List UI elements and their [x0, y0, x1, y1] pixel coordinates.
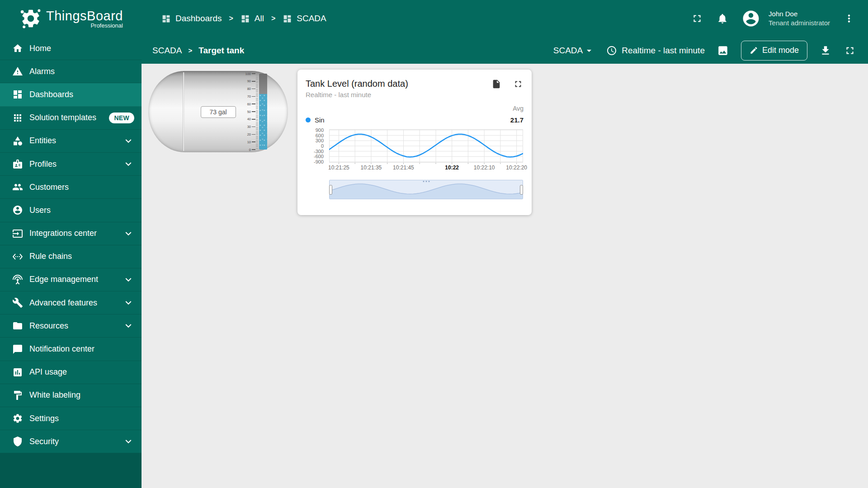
breadcrumb-label: Dashboards [175, 14, 222, 23]
breadcrumb-label: All [255, 14, 264, 23]
breadcrumb: Dashboards>All>SCADA [161, 14, 326, 23]
badge-icon [12, 159, 23, 169]
series-avg-value: 21.7 [510, 116, 524, 124]
sidebar-item-solution-templates[interactable]: Solution templatesNEW [0, 107, 142, 130]
tools-icon [12, 297, 23, 308]
thingsboard-app: ThingsBoard Professional Dashboards>All>… [0, 0, 868, 488]
sidebar-item-dashboards[interactable]: Dashboards [0, 83, 142, 106]
sidebar-item-integrations-center[interactable]: Integrations center [0, 222, 142, 245]
sidebar-footer-area [0, 453, 142, 488]
dashboards-icon [241, 14, 250, 23]
warning-icon [12, 66, 23, 77]
sidebar-item-label: Resources [29, 321, 68, 331]
gauge-scale-label: 20 [243, 132, 255, 136]
sidebar-item-api-usage[interactable]: API usage [0, 361, 142, 384]
dashboard-image-icon[interactable] [717, 44, 729, 57]
new-badge: NEW [109, 113, 134, 123]
antenna-icon [12, 274, 23, 285]
sidebar-item-label: Users [29, 206, 51, 215]
sidebar-item-rule-chains[interactable]: Rule chains [0, 245, 142, 268]
gauge-scale-label: 60 [243, 102, 255, 106]
sidebar-item-entities[interactable]: Entities [0, 130, 142, 153]
fullscreen-icon[interactable] [691, 12, 703, 25]
chevron-down-icon[interactable] [123, 320, 134, 332]
user-role: Tenant administrator [769, 19, 830, 28]
sidebar-item-users[interactable]: Users [0, 199, 142, 222]
message-icon [12, 344, 23, 355]
top-app-bar: ThingsBoard Professional Dashboards>All>… [0, 0, 868, 37]
gauge-bar [259, 74, 267, 150]
notifications-bell-icon[interactable] [716, 12, 729, 25]
user-info[interactable]: John Doe Tenant administrator [769, 9, 830, 28]
sidebar-item-resources[interactable]: Resources [0, 314, 142, 338]
breadcrumb-item-all[interactable]: All [241, 14, 264, 23]
sidebar-item-label: Security [29, 437, 59, 446]
breadcrumb-item-scada[interactable]: SCADA [283, 14, 326, 23]
x-tick-label: 10:21:35 [361, 164, 382, 171]
sidebar-item-advanced-features[interactable]: Advanced features [0, 291, 142, 314]
chevron-down-icon[interactable] [123, 436, 134, 447]
pencil-icon [750, 46, 758, 55]
sidebar-item-label: Integrations center [29, 229, 97, 238]
sidebar-item-label: Dashboards [29, 90, 73, 99]
clock-icon [606, 45, 617, 56]
sidebar-item-security[interactable]: Security [0, 430, 142, 453]
range-grip-icon[interactable] [423, 180, 429, 182]
user-avatar[interactable] [741, 9, 760, 28]
x-tick-label: 10:22:10 [474, 164, 495, 171]
download-icon[interactable] [819, 44, 832, 57]
chevron-down-icon[interactable] [123, 297, 134, 309]
sidebar-item-edge-management[interactable]: Edge management [0, 268, 142, 291]
chevron-down-icon[interactable] [123, 228, 134, 239]
tank-seam [183, 72, 184, 151]
sidebar-item-customers[interactable]: Customers [0, 176, 142, 199]
dashboard-canvas: 73 gal 1009080706050403020100 Tank Level… [142, 64, 868, 488]
timewindow-range-selector[interactable] [329, 180, 523, 199]
toolbar-fullscreen-icon[interactable] [844, 44, 856, 57]
sidebar-item-notification-center[interactable]: Notification center [0, 338, 142, 361]
chevron-down-icon[interactable] [123, 135, 134, 147]
sidebar-item-white-labeling[interactable]: White labeling [0, 384, 142, 407]
range-right-handle[interactable] [520, 185, 523, 194]
dashboard-toolbar: SCADA > Target tank SCADA Realtime - las… [142, 37, 868, 64]
sidebar-item-profiles[interactable]: Profiles [0, 153, 142, 176]
edit-mode-label: Edit mode [762, 46, 799, 55]
thingsboard-logo[interactable]: ThingsBoard Professional [0, 8, 142, 29]
sidebar-item-alarms[interactable]: Alarms [0, 60, 142, 83]
tank-level-chart-widget: Tank Level (random data) Realtime - last… [297, 70, 532, 215]
folder-icon [12, 320, 23, 331]
gauge-empty-segment [259, 74, 267, 94]
breadcrumb-item-dashboards[interactable]: Dashboards [161, 14, 222, 23]
shield-icon [12, 436, 23, 447]
chevron-down-icon[interactable] [123, 158, 134, 170]
breadcrumb-separator: > [188, 47, 192, 54]
chevron-down-icon[interactable] [123, 274, 134, 286]
sidebar-item-home[interactable]: Home [0, 37, 142, 60]
sidebar-nav: HomeAlarmsDashboardsSolution templatesNE… [0, 37, 142, 488]
export-widget-icon[interactable] [490, 78, 503, 90]
widget-fullscreen-icon[interactable] [512, 78, 524, 90]
sidebar-item-settings[interactable]: Settings [0, 407, 142, 430]
x-tick-label: 10:22:20 [506, 164, 527, 171]
edit-mode-button[interactable]: Edit mode [741, 41, 807, 61]
dashboard-state-select[interactable]: SCADA [553, 45, 594, 56]
range-left-handle[interactable] [329, 185, 332, 194]
dashboard-breadcrumb-root[interactable]: SCADA [152, 46, 182, 56]
legend-row[interactable]: Sin 21.7 [306, 116, 524, 124]
dashboard-breadcrumb: SCADA > Target tank [152, 46, 244, 56]
more-vert-icon[interactable] [843, 12, 855, 25]
timewindow-button[interactable]: Realtime - last minute [606, 45, 705, 56]
timeseries-chart: 9006003000-300-600-900 10:21:2510:21:351… [306, 129, 524, 173]
tank-level-gauge: 1009080706050403020100 [242, 74, 267, 150]
y-tick-label: 600 [306, 133, 324, 138]
gauge-minor-ticks [256, 74, 258, 150]
gauge-scale: 1009080706050403020100 [242, 74, 255, 150]
user-name: John Doe [769, 9, 830, 19]
gauge-scale-label: 30 [243, 125, 255, 129]
timewindow-value: Realtime - last minute [622, 46, 705, 56]
sidebar-item-label: Settings [29, 414, 59, 423]
input-icon [12, 228, 23, 239]
logo-subtitle: Professional [90, 22, 123, 29]
gauge-scale-label: 40 [243, 117, 255, 122]
chart-y-axis-labels: 9006003000-300-600-900 [306, 129, 326, 163]
